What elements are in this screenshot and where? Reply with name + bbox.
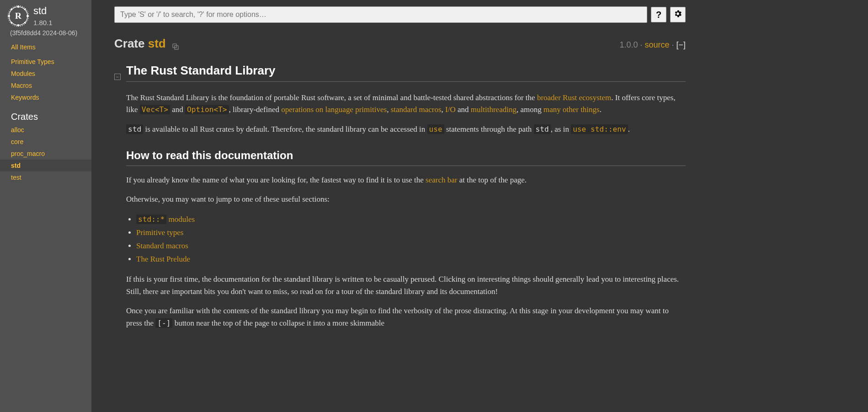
collapse-all-toggle[interactable]: [−] xyxy=(676,40,686,49)
source-link[interactable]: source xyxy=(644,40,669,49)
link-search-bar[interactable]: search bar xyxy=(426,176,457,184)
code-collapse: [-] xyxy=(155,318,172,328)
sidebar-all-items[interactable]: All Items xyxy=(0,41,91,53)
heading-crate-name: std xyxy=(148,37,166,50)
sidebar-crate-core[interactable]: core xyxy=(0,136,91,148)
sidebar-item-modules[interactable]: Modules xyxy=(0,68,91,80)
link-standard-macros[interactable]: standard macros xyxy=(391,105,442,114)
svg-point-2 xyxy=(17,5,20,8)
copy-path-icon[interactable] xyxy=(171,40,180,48)
rust-logo-icon: R xyxy=(7,5,30,27)
svg-point-3 xyxy=(17,24,20,27)
code-std: std xyxy=(126,124,143,134)
link-std-modules[interactable]: std::* modules xyxy=(136,214,195,224)
sidebar-crate-std[interactable]: std xyxy=(0,160,91,171)
doc-h1: The Rust Standard Library xyxy=(126,64,686,82)
sidebar-crate-test[interactable]: test xyxy=(0,171,91,183)
svg-text:R: R xyxy=(15,11,22,21)
main-content: ? Crate std 1.0.0 · source · [− xyxy=(91,0,708,412)
link-io[interactable]: I/O xyxy=(445,105,456,114)
link-multithreading[interactable]: multithreading xyxy=(471,105,517,114)
sidebar-header: R std 1.80.1 xyxy=(0,5,91,27)
sidebar-item-macros[interactable]: Macros xyxy=(0,80,91,91)
list-item: The Rust Prelude xyxy=(136,253,686,265)
list-item: Primitive types xyxy=(136,226,686,239)
sidebar-crate-proc-macro[interactable]: proc_macro xyxy=(0,148,91,160)
since-version: 1.0.0 xyxy=(619,40,638,49)
link-standard-macros-list[interactable]: Standard macros xyxy=(136,241,188,250)
settings-button[interactable] xyxy=(670,7,686,22)
doc-body: The Rust Standard Library is the foundat… xyxy=(114,92,686,329)
link-broader-ecosystem[interactable]: broader Rust ecosystem xyxy=(537,93,611,102)
link-lang-primitives[interactable]: operations on language primitives xyxy=(281,105,387,114)
doc-paragraph: Once you are familiar with the contents … xyxy=(126,305,686,329)
gear-icon xyxy=(673,9,682,21)
list-item: Standard macros xyxy=(136,240,686,252)
code-use[interactable]: use xyxy=(427,124,444,134)
crate-commit-meta: (3f5fd8dd4 2024-08-06) xyxy=(0,27,91,41)
sidebar-crates-heading: Crates xyxy=(0,103,91,124)
useful-sections-list: std::* modules Primitive types Standard … xyxy=(136,213,686,266)
doc-section-toggle-row: − The Rust Standard Library xyxy=(114,64,686,90)
search-input[interactable] xyxy=(114,6,647,23)
list-item: std::* modules xyxy=(136,213,686,225)
doc-paragraph: If this is your first time, the document… xyxy=(126,273,686,298)
code-option[interactable]: Option<T> xyxy=(185,105,229,114)
help-button[interactable]: ? xyxy=(651,7,666,22)
svg-point-4 xyxy=(8,15,10,17)
svg-point-9 xyxy=(24,22,26,24)
doc-paragraph: std is available to all Rust crates by d… xyxy=(126,123,686,135)
code-vec[interactable]: Vec<T> xyxy=(140,105,170,114)
svg-point-6 xyxy=(11,8,12,10)
doc-paragraph: Otherwise, you may want to jump to one o… xyxy=(126,193,686,205)
page-title: Crate std xyxy=(114,37,180,51)
svg-point-8 xyxy=(11,22,12,24)
heading-prefix: Crate xyxy=(114,37,148,50)
sidebar-crate-alloc[interactable]: alloc xyxy=(0,124,91,136)
link-many-other[interactable]: many other things xyxy=(543,105,600,114)
sidebar-item-primitive-types[interactable]: Primitive Types xyxy=(0,56,91,68)
code-std-path: std xyxy=(534,124,551,134)
sidebar-nav-block: Primitive Types Modules Macros Keywords xyxy=(0,53,91,103)
code-use-std-env[interactable]: use std::env xyxy=(571,124,628,134)
link-rust-prelude[interactable]: The Rust Prelude xyxy=(136,255,190,263)
heading-meta: 1.0.0 · source · [−] xyxy=(619,40,686,50)
svg-point-5 xyxy=(27,15,29,17)
crate-name[interactable]: std xyxy=(33,5,53,17)
doc-paragraph: The Rust Standard Library is the foundat… xyxy=(126,92,686,116)
crate-version: 1.80.1 xyxy=(33,19,53,27)
sidebar-item-keywords[interactable]: Keywords xyxy=(0,91,91,103)
doc-paragraph: If you already know the name of what you… xyxy=(126,174,686,186)
collapse-toggle-icon[interactable]: − xyxy=(114,74,121,80)
svg-point-7 xyxy=(24,8,26,10)
link-primitive-types[interactable]: Primitive types xyxy=(136,228,183,237)
page-heading-row: Crate std 1.0.0 · source · [−] xyxy=(114,37,686,51)
doc-h2-how-to-read: How to read this documentation xyxy=(126,149,686,166)
sidebar: R std 1.80.1 (3f5fd8dd4 2024-08-06) All … xyxy=(0,0,91,412)
topbar: ? xyxy=(114,6,686,23)
